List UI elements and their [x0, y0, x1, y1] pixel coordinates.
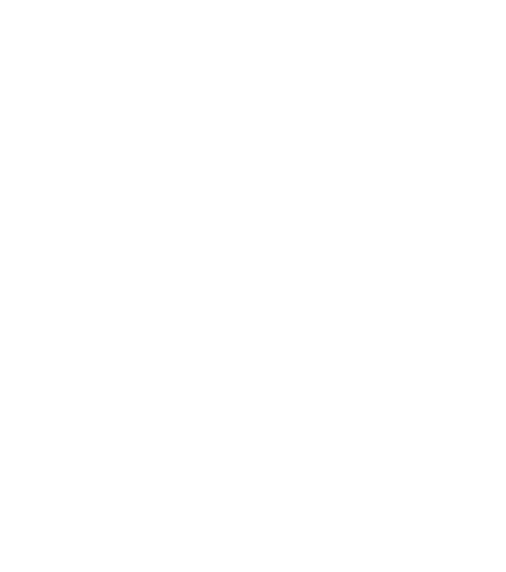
chart-container [0, 0, 506, 572]
chart-svg [0, 0, 506, 572]
